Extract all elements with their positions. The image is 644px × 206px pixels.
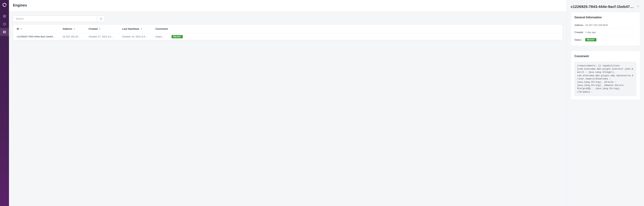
detail-title: c1226925-7843-444e-9acf-1beb47cfb6… xyxy=(571,4,635,9)
constraint-heading: Constraint xyxy=(574,55,636,58)
svg-marker-13 xyxy=(21,28,22,29)
svg-rect-1 xyxy=(5,6,6,6)
svg-point-0 xyxy=(3,3,6,6)
sort-icon xyxy=(74,28,75,30)
page-title: Engines xyxy=(13,3,562,7)
info-value-status: READY xyxy=(585,38,596,41)
search-button[interactable] xyxy=(97,16,105,22)
info-label-address: Address xyxy=(574,24,585,26)
main-content: Engines ID xyxy=(9,0,567,206)
col-header-created[interactable]: Created xyxy=(85,28,118,30)
page-header: Engines xyxy=(9,0,566,12)
cell-status: READY xyxy=(168,35,562,38)
table-header-row: ID Address Created xyxy=(13,25,562,33)
constraint-code: (requirements: {} capabilities: {com.ata… xyxy=(574,62,636,96)
cell-constraints: (requirem… xyxy=(152,35,168,38)
cell-created: October 17, 2021 9:13:32 PM xyxy=(85,35,118,38)
svg-marker-20 xyxy=(140,29,142,30)
svg-rect-8 xyxy=(3,32,6,33)
cell-address: 18.197.153.209:8532 xyxy=(59,35,85,38)
info-label-status: Status xyxy=(574,38,585,41)
col-header-id[interactable]: ID xyxy=(13,28,59,30)
sort-icon xyxy=(21,28,22,30)
general-info-heading: General Information xyxy=(574,16,636,19)
search-icon xyxy=(100,18,102,20)
status-badge: READY xyxy=(172,35,183,38)
svg-marker-16 xyxy=(74,29,75,30)
svg-rect-7 xyxy=(3,31,6,32)
cell-id: c1226925-7843-444e-9acf-1beb47cfb646 xyxy=(13,35,59,38)
sort-icon xyxy=(140,28,142,30)
info-label-created: Created xyxy=(574,31,585,34)
logo xyxy=(2,2,7,7)
nav-item-history[interactable] xyxy=(0,20,9,28)
detail-panel: c1226925-7843-444e-9acf-1beb47cfb6… Gene… xyxy=(567,0,644,206)
svg-marker-18 xyxy=(99,29,100,30)
svg-marker-15 xyxy=(74,28,75,29)
info-value-created: 1 day ago xyxy=(585,31,596,34)
cell-last-heartbeat: October 19, 2021 8:44:11 AM xyxy=(118,35,152,38)
nav-item-engines[interactable] xyxy=(0,28,9,36)
table-row[interactable]: c1226925-7843-444e-9acf-1beb47cfb646 18.… xyxy=(13,33,562,40)
sidebar-nav xyxy=(0,0,9,206)
close-icon xyxy=(637,5,639,8)
sort-icon xyxy=(99,28,100,30)
info-value-address: 18.197.153.209:8532 xyxy=(585,24,608,26)
nav-item-list[interactable] xyxy=(0,12,9,20)
close-button[interactable] xyxy=(636,4,640,9)
general-info-card: General Information Address 18.197.153.2… xyxy=(571,12,640,46)
search-input[interactable] xyxy=(13,16,97,22)
svg-marker-14 xyxy=(21,29,22,30)
svg-line-12 xyxy=(101,19,102,20)
svg-marker-17 xyxy=(99,28,100,29)
status-badge: READY xyxy=(585,38,596,41)
svg-point-11 xyxy=(100,18,102,20)
col-header-last-heartbeat[interactable]: Last Heartbeat xyxy=(118,28,152,30)
col-header-address[interactable]: Address xyxy=(59,28,85,30)
engines-table: ID Address Created xyxy=(13,24,562,40)
constraint-card: Constraint (requirements: {} capabilitie… xyxy=(571,51,640,100)
col-header-constraints: Constraints xyxy=(152,28,168,30)
svg-marker-19 xyxy=(140,28,142,29)
